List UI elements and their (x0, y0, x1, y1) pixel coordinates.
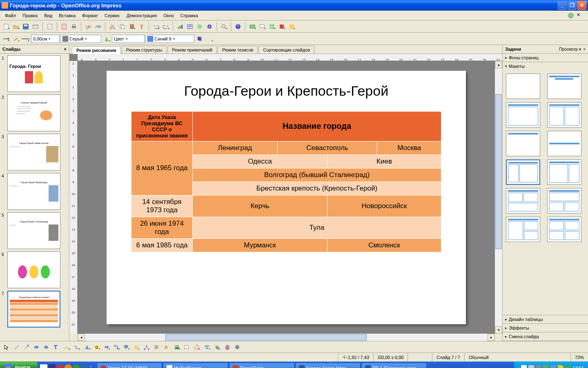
tab-sorter[interactable]: Сортировщик слайдов (258, 46, 314, 54)
tray-clock[interactable]: 13:51 (572, 366, 584, 368)
taskbar-item-opera[interactable]: Opera 12.16 (1860): ... (97, 363, 162, 368)
ellipse-tool[interactable] (42, 343, 51, 352)
slide-title[interactable]: Города-Герои и Крепость-Герой (123, 83, 450, 99)
tray-icon[interactable] (543, 365, 549, 368)
gallery-tool[interactable] (182, 343, 191, 352)
save-button[interactable] (21, 22, 30, 31)
layout-blank[interactable] (506, 74, 540, 99)
copy-button[interactable] (118, 22, 127, 31)
tray-icon[interactable] (521, 365, 527, 368)
layout-title[interactable] (547, 74, 581, 99)
layout-content-title[interactable] (547, 159, 581, 185)
panel-close-icon[interactable]: × (64, 47, 67, 52)
layout-2over1[interactable] (506, 188, 540, 213)
arrow-tool[interactable] (22, 343, 31, 352)
interaction-tool[interactable] (233, 343, 242, 352)
from-file-tool[interactable] (172, 343, 181, 352)
ql-icon[interactable] (65, 364, 72, 368)
table-button[interactable] (185, 22, 194, 31)
points-tool[interactable] (142, 343, 151, 352)
tray-icon[interactable] (550, 365, 556, 368)
slide-thumb-2[interactable]: Список городов-Героев Lorem ipsum dolors… (7, 94, 60, 131)
section-table-design[interactable]: Дизайн таблицы (503, 315, 588, 323)
close-button[interactable]: ✕ (577, 1, 586, 10)
slide-canvas[interactable]: Города-Герои и Крепость-Герой Дата Указа… (107, 71, 466, 324)
layout-3content[interactable] (506, 217, 540, 242)
scrollbar-vertical[interactable]: ▴ ▾ (495, 61, 502, 334)
new-button[interactable] (2, 22, 11, 31)
text-tool[interactable]: T (51, 343, 60, 352)
hero-table[interactable]: Дата Указа Президиума ВС СССР о присвоен… (131, 111, 441, 252)
fill-type-combo[interactable]: Цвет▾ (112, 35, 145, 43)
ql-icon[interactable] (40, 364, 47, 368)
redo-button[interactable] (161, 22, 170, 31)
hyperlink-button[interactable] (195, 22, 204, 31)
layout-title-2content[interactable] (506, 159, 540, 185)
email-button[interactable] (31, 22, 40, 31)
align-tool[interactable] (203, 343, 212, 352)
ql-icon[interactable] (81, 364, 88, 368)
select-tool[interactable] (2, 343, 11, 352)
menu-file[interactable]: Файл (2, 12, 19, 19)
ql-expand-icon[interactable]: » (89, 364, 93, 368)
symbol-shapes-tool[interactable] (92, 343, 101, 352)
cut-button[interactable] (108, 22, 117, 31)
menu-view[interactable]: Вид (41, 12, 56, 19)
callouts-tool[interactable] (122, 343, 131, 352)
navigator-button[interactable] (205, 22, 214, 31)
restore-button[interactable]: ❐ (568, 1, 577, 10)
section-layouts[interactable]: Макеты (503, 62, 588, 70)
tray-expand-icon[interactable]: ‹ (518, 366, 520, 368)
layout-centered[interactable] (547, 131, 581, 156)
spellcheck-button[interactable]: ABC (84, 22, 93, 31)
connector-tool[interactable] (72, 343, 81, 352)
help-button[interactable]: ? (234, 22, 243, 31)
menu-format[interactable]: Формат (79, 12, 101, 19)
canvas[interactable]: Города-Герои и Крепость-Герой Дата Указа… (78, 61, 495, 334)
grid-button[interactable] (267, 22, 276, 31)
scrollbar-horizontal[interactable]: ◂ ▸ (69, 334, 502, 341)
layout-1over2[interactable] (547, 188, 581, 213)
layout-title-content[interactable] (506, 102, 540, 128)
arrange-tool[interactable] (212, 343, 221, 352)
basic-shapes-tool[interactable] (82, 343, 91, 352)
shadow-button[interactable] (195, 34, 204, 43)
section-effects[interactable]: Эффекты (503, 324, 588, 332)
tab-drawing[interactable]: Режим рисования (72, 46, 121, 54)
slide-thumb-6[interactable] (7, 251, 60, 288)
options-icon[interactable] (287, 22, 296, 31)
fontwork-tool[interactable]: A (163, 343, 172, 352)
section-transition[interactable]: Смена слайда (503, 332, 588, 341)
menu-window[interactable]: Окно (160, 12, 177, 19)
stars-tool[interactable] (131, 343, 140, 352)
line-style-button[interactable] (21, 34, 30, 43)
line-width-input[interactable]: 0,00см▾ (31, 35, 60, 43)
slide-thumb-3[interactable]: Город-Герой Севастополь text text text t… (7, 134, 60, 171)
tray-icon[interactable] (565, 365, 571, 368)
menu-tools[interactable]: Сервис (101, 12, 123, 19)
export-pdf-button[interactable] (60, 22, 69, 31)
color-button[interactable] (277, 22, 286, 31)
tab-outline[interactable]: Режим структуры (122, 46, 167, 54)
line-tool[interactable] (12, 343, 21, 352)
fill-color-combo[interactable]: Синий 9▾ (145, 35, 194, 43)
ql-icon[interactable] (73, 364, 80, 368)
menu-insert[interactable]: Вставка (56, 12, 79, 19)
curve-tool[interactable] (62, 343, 71, 352)
print-button[interactable] (69, 22, 78, 31)
tab-handout[interactable]: Режим тезисов (218, 46, 258, 54)
slide-thumb-7[interactable]: Города-Герои и Крепость-Герой (7, 291, 60, 328)
ql-icon[interactable] (56, 364, 64, 368)
section-backgrounds[interactable]: Фоны страниц (503, 54, 588, 62)
taskbar-item-word1[interactable]: Города-Герои (текс... (295, 363, 361, 368)
slide-thumb-5[interactable]: Город-Герой Сталинград text text text (7, 212, 60, 249)
taskbar-item-mytest[interactable]: MyTestServer (163, 363, 228, 368)
slide-thumb-4[interactable]: Город-Герой Ленинград text text text tex… (7, 173, 60, 210)
taskbar-item-word2[interactable]: ПР 1 (Создание през... (361, 363, 427, 368)
paste-button[interactable] (127, 22, 136, 31)
chart-button[interactable] (176, 22, 185, 31)
tray-icon[interactable] (536, 365, 541, 368)
ql-icon[interactable] (48, 364, 56, 368)
glue-tool[interactable] (152, 343, 161, 352)
edit-button[interactable] (45, 22, 54, 31)
